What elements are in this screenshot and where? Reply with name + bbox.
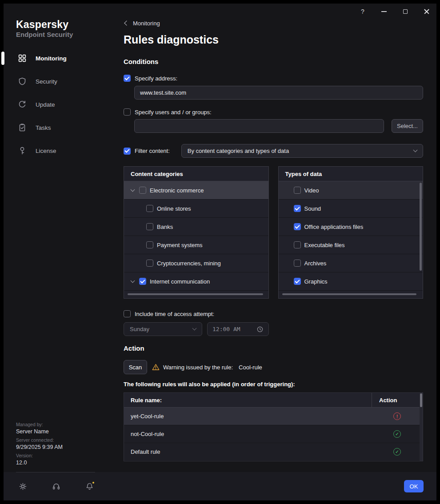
category-checkbox[interactable] <box>146 241 153 248</box>
server-info: Managed by: Server Name Server connected… <box>16 422 100 468</box>
type-checkbox[interactable] <box>294 187 301 194</box>
list-item[interactable]: Graphics <box>279 272 423 291</box>
type-checkbox[interactable] <box>294 260 301 267</box>
filter-content-checkbox[interactable] <box>124 148 131 155</box>
address-input[interactable] <box>134 86 423 100</box>
time-input[interactable]: 12:00 AM <box>207 322 269 336</box>
chevron-left-icon <box>124 20 129 25</box>
category-label: Cryptocurrencies, mining <box>157 260 221 267</box>
horizontal-scrollbar[interactable] <box>128 293 263 295</box>
chevron-down-icon <box>413 148 418 152</box>
action-heading: Action <box>124 344 423 352</box>
table-row[interactable]: yet-Cool-rule <box>124 408 423 425</box>
tree-row[interactable]: Cryptocurrencies, mining <box>124 254 268 272</box>
time-controls: Sunday 12:00 AM <box>124 322 423 336</box>
list-item[interactable]: Archives <box>279 254 423 272</box>
back-label: Monitoring <box>133 20 160 27</box>
back-link[interactable]: Monitoring <box>124 20 423 27</box>
close-icon <box>424 9 429 14</box>
ok-status-icon <box>393 448 401 456</box>
support-headset-icon[interactable] <box>52 482 60 491</box>
maximize-button[interactable] <box>399 5 412 18</box>
category-checkbox[interactable] <box>146 260 153 267</box>
version-label: Version: <box>16 453 100 458</box>
filter-content-row: Filter content: By content categories an… <box>124 144 423 158</box>
type-label: Archives <box>304 260 327 267</box>
type-checkbox[interactable] <box>294 223 301 230</box>
ok-button[interactable]: OK <box>404 480 424 492</box>
sidebar-item-monitoring[interactable]: Monitoring <box>4 47 116 70</box>
sidebar-item-tasks[interactable]: Tasks <box>4 116 116 139</box>
warning-icon <box>152 364 160 371</box>
category-checkbox[interactable] <box>146 205 153 212</box>
warning-text: Warning issued by the rule: <box>163 364 233 371</box>
tree-row[interactable]: Banks <box>124 218 268 236</box>
type-label: Executable files <box>304 242 345 248</box>
type-checkbox[interactable] <box>294 205 301 212</box>
warning-rule-name: Cool-rule <box>239 364 262 371</box>
table-row[interactable]: not-Cool-rule <box>124 425 423 443</box>
brand: Kaspersky Endpoint Security <box>4 4 116 39</box>
window-controls: ? <box>356 4 433 20</box>
main-content: Monitoring Rules diagnostics Conditions … <box>116 20 436 472</box>
type-checkbox[interactable] <box>294 241 301 248</box>
filter-content-label: Filter content: <box>135 148 170 154</box>
time-value: 12:00 AM <box>212 326 240 332</box>
refresh-icon <box>18 100 27 109</box>
specify-address-row: Specify address: <box>124 75 423 82</box>
table-scrollbar-thumb[interactable] <box>420 393 422 407</box>
list-item[interactable]: Executable files <box>279 236 423 254</box>
sidebar-item-label: Tasks <box>36 124 51 131</box>
day-select[interactable]: Sunday <box>124 322 202 336</box>
rule-name-column-header: Rule name: <box>124 393 372 407</box>
active-indicator <box>1 52 4 65</box>
users-input[interactable] <box>134 119 384 133</box>
sidebar-item-license[interactable]: License <box>4 139 116 162</box>
include-time-label: Include time of access attempt: <box>135 311 214 317</box>
table-row[interactable]: Default rule <box>124 443 423 461</box>
rule-name-cell: yet-Cool-rule <box>124 413 372 420</box>
brand-title: Kaspersky <box>16 19 116 30</box>
vertical-scrollbar[interactable] <box>420 183 422 271</box>
types-of-data-header: Types of data <box>279 167 423 181</box>
sidebar-item-update[interactable]: Update <box>4 93 116 116</box>
server-connected-label: Server connected: <box>16 437 100 443</box>
type-label: Office applications files <box>304 224 364 230</box>
specify-address-checkbox[interactable] <box>124 75 131 82</box>
include-time-checkbox[interactable] <box>124 310 131 317</box>
category-checkbox[interactable] <box>139 187 146 194</box>
help-button[interactable]: ? <box>356 5 369 18</box>
settings-gear-icon[interactable] <box>19 482 27 491</box>
type-label: Video <box>304 187 319 194</box>
clipboard-icon <box>18 123 27 132</box>
notifications-bell-icon[interactable] <box>85 482 94 491</box>
ok-status-icon <box>393 430 401 438</box>
select-users-button[interactable]: Select... <box>392 119 423 133</box>
list-item[interactable]: Office applications files <box>279 218 423 236</box>
chevron-down-icon[interactable] <box>131 279 135 283</box>
tree-row[interactable]: Electronic commerce <box>124 181 268 200</box>
sidebar: Kaspersky Endpoint Security Monitoring <box>4 4 116 472</box>
tree-row[interactable]: Online stores <box>124 200 268 218</box>
list-item[interactable]: Sound <box>279 200 423 218</box>
close-button[interactable] <box>420 5 433 18</box>
category-checkbox[interactable] <box>139 278 146 285</box>
specify-users-checkbox[interactable] <box>124 108 131 116</box>
chevron-down-icon[interactable] <box>131 188 135 192</box>
key-icon <box>18 146 27 155</box>
category-label: Payment systems <box>157 242 203 248</box>
sidebar-item-label: Monitoring <box>36 55 67 62</box>
filter-content-select[interactable]: By content categories and types of data <box>181 144 423 158</box>
minimize-icon <box>381 11 387 12</box>
table-header: Rule name: Action <box>124 393 423 408</box>
scan-button[interactable]: Scan <box>124 360 147 374</box>
category-checkbox[interactable] <box>146 223 153 230</box>
notification-dot <box>92 481 95 484</box>
type-checkbox[interactable] <box>294 278 301 285</box>
tree-row[interactable]: Internet communication <box>124 272 268 291</box>
minimize-button[interactable] <box>378 5 390 18</box>
tree-row[interactable]: Payment systems <box>124 236 268 254</box>
horizontal-scrollbar[interactable] <box>282 293 417 295</box>
sidebar-item-security[interactable]: Security <box>4 70 116 93</box>
list-item[interactable]: Video <box>279 181 423 200</box>
